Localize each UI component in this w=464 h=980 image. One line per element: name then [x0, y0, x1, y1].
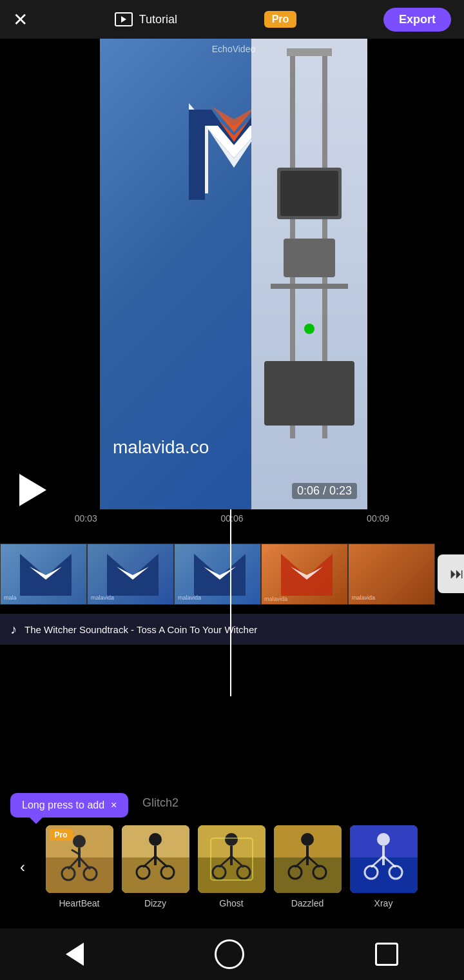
recents-square-icon: [375, 943, 398, 966]
back-triangle-icon: [66, 943, 84, 966]
nav-home-button[interactable]: [215, 939, 244, 969]
effect-label-ghost: Ghost: [219, 898, 243, 908]
timeline-area: 00:03 00:06 00:09: [0, 509, 464, 542]
svg-rect-10: [287, 48, 332, 56]
malavida-text: malavida.co: [113, 437, 209, 458]
effect-dazzled[interactable]: Dazzled: [272, 825, 343, 908]
export-button[interactable]: Export: [383, 8, 451, 32]
svg-point-61: [377, 833, 390, 846]
video-strip[interactable]: mala malavida malavida malavida malavida…: [0, 542, 464, 606]
tutorial-area: Tutorial: [115, 12, 177, 26]
effect-label-dazzled: Dazzled: [291, 898, 324, 908]
svg-point-36: [149, 833, 162, 846]
effects-row: ‹ Pro HeartBeat: [0, 825, 464, 928]
effect-label-xray: Xray: [374, 898, 393, 908]
svg-marker-21: [194, 554, 246, 596]
effect-thumb-dizzy: [122, 825, 189, 893]
effect-label-heartbeat: HeartBeat: [59, 898, 99, 908]
long-press-tooltip: Long press to add ×: [10, 793, 128, 818]
video-thumb-2: malavida: [87, 544, 174, 605]
effect-thumb-xray: [350, 825, 418, 893]
tutorial-icon: [115, 12, 133, 26]
svg-marker-19: [107, 554, 159, 596]
bottom-nav: [0, 928, 464, 980]
tooltip-close-button[interactable]: ×: [111, 799, 117, 811]
robot-area: [251, 39, 367, 509]
svg-rect-13: [284, 239, 335, 277]
video-thumb-5: malavida: [348, 544, 435, 605]
effect-dizzy[interactable]: Dizzy: [120, 825, 191, 908]
svg-point-44: [225, 833, 238, 846]
timecode: 0:06 / 0:23: [292, 483, 357, 499]
back-button[interactable]: ‹: [6, 828, 39, 906]
marker-0: 00:03: [75, 513, 97, 524]
effect-thumb-ghost: [198, 825, 266, 893]
effect-heartbeat[interactable]: Pro HeartBeat: [44, 825, 115, 908]
svg-rect-12: [280, 171, 338, 216]
nav-recents-button[interactable]: [375, 943, 398, 966]
tooltip-text: Long press to add: [22, 799, 104, 811]
pro-badge-heartbeat: Pro: [50, 829, 73, 841]
svg-marker-17: [20, 554, 72, 596]
video-thumb-1: mala: [0, 544, 87, 605]
scrubber-line[interactable]: [230, 509, 231, 696]
marker-1: 00:06: [220, 513, 243, 524]
pro-badge[interactable]: Pro: [264, 11, 297, 28]
filter-tab-glitch2[interactable]: Glitch2: [142, 796, 179, 810]
skip-icon: ⏭: [450, 565, 464, 582]
play-button[interactable]: [19, 474, 46, 506]
effect-label-dizzy: Dizzy: [144, 898, 166, 908]
effect-thumb-dazzled: [274, 825, 342, 893]
svg-rect-16: [264, 361, 354, 426]
svg-rect-14: [271, 284, 348, 289]
music-bar[interactable]: ♪ The Witcher Soundtrack - Toss A Coin T…: [0, 614, 464, 645]
video-preview: malavida.co EchoVideo 0:06 / 0:23: [100, 39, 367, 509]
svg-point-15: [304, 324, 314, 334]
home-circle-icon: [215, 939, 244, 969]
marker-2: 00:09: [367, 513, 389, 524]
effect-thumb-heartbeat: Pro: [46, 825, 113, 893]
video-thumb-3: malavida: [174, 544, 261, 605]
effect-ghost[interactable]: Ghost: [196, 825, 267, 908]
skip-button[interactable]: ⏭: [438, 554, 464, 593]
music-note-icon: ♪: [10, 622, 17, 637]
top-bar: ✕ Tutorial Pro Export: [0, 0, 464, 39]
thumb-watermark: mala: [4, 594, 17, 601]
video-thumb-4: malavida: [261, 544, 348, 605]
tutorial-label[interactable]: Tutorial: [139, 13, 177, 26]
thumb-watermark: malavida: [178, 594, 201, 601]
effect-xray[interactable]: Xray: [348, 825, 419, 908]
nav-back-button[interactable]: [66, 943, 84, 966]
svg-marker-23: [281, 554, 333, 596]
close-button[interactable]: ✕: [13, 9, 28, 30]
watermark: EchoVideo: [212, 44, 255, 54]
thumb-watermark: malavida: [352, 594, 375, 601]
music-title: The Witcher Soundtrack - Toss A Coin To …: [24, 624, 454, 635]
svg-point-27: [73, 835, 86, 848]
svg-point-53: [301, 833, 314, 846]
thumb-watermark: malavida: [91, 594, 114, 601]
timeline-markers: 00:03 00:06 00:09: [0, 513, 464, 524]
